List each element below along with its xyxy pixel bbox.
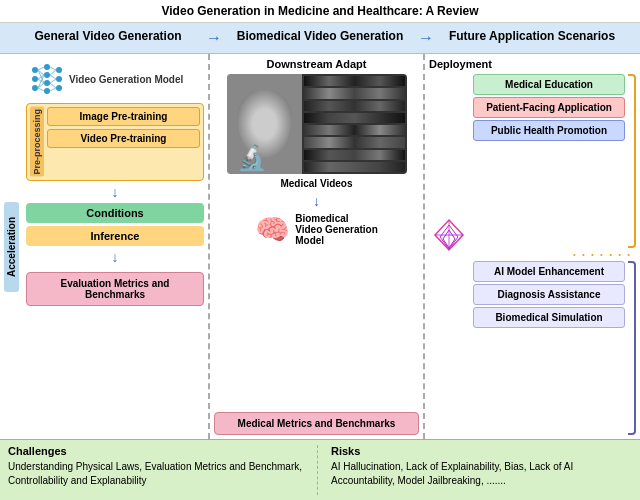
deploy-group-bottom: AI Model Enhancement Diagnosis Assistanc…	[473, 261, 636, 435]
main-container: Video Generation in Medicine and Healthc…	[0, 0, 640, 500]
deploy-label-diagnosis: Diagnosis Assistance	[473, 284, 625, 305]
content-area: Acceleration	[0, 54, 640, 440]
deploy-dots: • • • • • • •	[473, 250, 636, 259]
conditions-box: Conditions	[26, 203, 204, 223]
stripe	[304, 113, 405, 123]
header-label-3: Future Application Scenarios	[449, 29, 615, 43]
gem-icon	[430, 215, 468, 295]
preprocess-boxes: Image Pre-training Video Pre-training	[47, 107, 200, 177]
left-inner: Video Generation Model Pre-processing Im…	[26, 58, 204, 435]
right-content: Medical Education Patient-Facing Applica…	[429, 74, 636, 435]
scan-stripes	[302, 74, 407, 174]
deploy-item-4: Diagnosis Assistance	[473, 284, 625, 305]
nn-icon	[29, 61, 65, 97]
inference-box: Inference	[26, 226, 204, 246]
header-label-2: Biomedical Video Generation	[237, 29, 404, 43]
image-pretrain-box: Image Pre-training	[47, 107, 200, 126]
challenges-section: Challenges Understanding Physical Laws, …	[8, 445, 318, 495]
stripe	[304, 137, 405, 147]
svg-line-15	[38, 88, 44, 91]
svg-line-20	[50, 83, 56, 88]
title-text: Video Generation in Medicine and Healthc…	[162, 4, 479, 18]
page-title: Video Generation in Medicine and Healthc…	[0, 0, 640, 23]
svg-point-3	[44, 64, 50, 70]
deploy-items: Medical Education Patient-Facing Applica…	[473, 74, 636, 435]
deploy-list: Medical Education Patient-Facing Applica…	[473, 74, 625, 248]
preprocess-section: Pre-processing Image Pre-training Video …	[26, 103, 204, 181]
svg-line-18	[50, 75, 56, 79]
medical-video-box: 🔬	[227, 74, 407, 174]
model-box: Video Generation Model	[26, 58, 204, 100]
deployment-label: Deployment	[429, 58, 636, 70]
arrow-down-mid: ↓	[313, 193, 320, 209]
gem-container	[429, 74, 469, 435]
svg-point-0	[32, 67, 38, 73]
svg-line-17	[50, 70, 56, 75]
biomedical-label: Biomedical Video Generation Model	[295, 213, 378, 246]
deploy-list-2: AI Model Enhancement Diagnosis Assistanc…	[473, 261, 625, 435]
arrow-1: →	[206, 29, 222, 47]
deploy-label-biomedical-sim: Biomedical Simulation	[473, 307, 625, 328]
header-col-2: Biomedical Video Generation	[222, 29, 418, 47]
svg-line-28	[449, 235, 463, 250]
svg-point-4	[44, 72, 50, 78]
medical-metrics-box: Medical Metrics and Benchmarks	[214, 412, 419, 435]
col-left: Acceleration	[0, 54, 210, 439]
preprocess-label: Pre-processing	[30, 107, 44, 177]
svg-point-5	[44, 80, 50, 86]
svg-line-27	[435, 235, 449, 250]
medical-video-label: Medical Videos	[280, 178, 352, 189]
deploy-label-patient: Patient-Facing Application	[473, 97, 625, 118]
svg-point-9	[56, 85, 62, 91]
stripe	[304, 76, 405, 86]
svg-line-21	[50, 88, 56, 91]
svg-line-16	[50, 67, 56, 70]
challenges-content: Understanding Physical Laws, Evaluation …	[8, 460, 309, 488]
video-pretrain-box: Video Pre-training	[47, 129, 200, 148]
svg-point-1	[32, 76, 38, 82]
risks-section: Risks AI Hallucination, Lack of Explaina…	[323, 445, 632, 495]
svg-line-19	[50, 79, 56, 83]
deploy-label-public-health: Public Health Promotion	[473, 120, 625, 141]
downstream-label: Downstream Adapt	[267, 58, 367, 70]
header-label-1: General Video Generation	[34, 29, 181, 43]
svg-point-7	[56, 67, 62, 73]
bracket-bottom	[628, 261, 636, 435]
biomedical-model-box: 🧠 Biomedical Video Generation Model	[255, 213, 378, 246]
arrow-down-2: ↓	[26, 249, 204, 265]
stripe	[304, 88, 405, 98]
arrow-down-1: ↓	[26, 184, 204, 200]
model-label: Video Generation Model	[69, 74, 183, 85]
brain-icon: 🧠	[255, 213, 290, 246]
deploy-group-top: Medical Education Patient-Facing Applica…	[473, 74, 636, 248]
arrow-2: →	[418, 29, 434, 47]
header-col-1: General Video Generation	[10, 29, 206, 47]
svg-point-2	[32, 85, 38, 91]
svg-point-8	[56, 76, 62, 82]
acceleration-label: Acceleration	[4, 202, 19, 292]
stripe	[304, 125, 405, 135]
stripe	[304, 101, 405, 111]
researcher-icon: 🔬	[237, 144, 267, 172]
bracket-top	[628, 74, 636, 248]
header-row: General Video Generation → Biomedical Vi…	[0, 23, 640, 54]
svg-line-10	[38, 67, 44, 70]
deploy-item-3: AI Model Enhancement	[473, 261, 625, 282]
deploy-item-0: Medical Education	[473, 74, 625, 95]
svg-point-6	[44, 88, 50, 94]
risks-title: Risks	[331, 445, 632, 457]
deploy-item-5: Biomedical Simulation	[473, 307, 625, 328]
deploy-item-1: Patient-Facing Application	[473, 97, 625, 118]
col-right: Deployment	[425, 54, 640, 439]
header-col-3: Future Application Scenarios	[434, 29, 630, 47]
risks-content: AI Hallucination, Lack of Explainability…	[331, 460, 632, 488]
bottom-row: Challenges Understanding Physical Laws, …	[0, 440, 640, 500]
col-middle: Downstream Adapt	[210, 54, 425, 439]
eval-box: Evaluation Metrics and Benchmarks	[26, 272, 204, 306]
challenges-title: Challenges	[8, 445, 309, 457]
stripe	[304, 162, 405, 172]
stripe	[304, 150, 405, 160]
deploy-item-2: Public Health Promotion	[473, 120, 625, 141]
deploy-label-medical-edu: Medical Education	[473, 74, 625, 95]
deploy-label-ai-model: AI Model Enhancement	[473, 261, 625, 282]
